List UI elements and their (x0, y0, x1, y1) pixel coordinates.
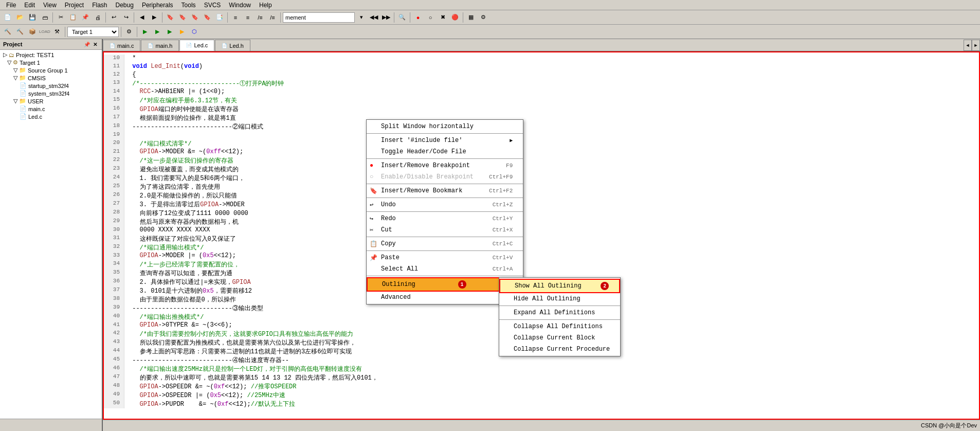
ctx-collapse-all-def[interactable]: Collapse All Definitions (499, 321, 620, 332)
project-close-btn[interactable]: ✕ (92, 41, 99, 48)
code-editor[interactable]: 10 *11 void Led_Init(void)12 {13 /*-----… (103, 51, 980, 420)
menu-view[interactable]: View (39, 1, 61, 10)
ctx-copy[interactable]: 📋 Copy Ctrl+C (367, 238, 523, 249)
tab-scroll-left[interactable]: ◄ (964, 40, 972, 51)
new-file-btn[interactable]: 📄 (2, 12, 13, 23)
find-prev-btn[interactable]: ◀◀ (368, 12, 379, 23)
ctx-collapse-proc[interactable]: Collapse Current Procedure (499, 344, 620, 355)
ctx-split-window[interactable]: Split Window horizontally (367, 121, 523, 132)
ctx-bookmark[interactable]: 🔖 Insert/Remove Bookmark Ctrl+F2 (367, 185, 523, 196)
search-dropdown-btn[interactable]: ▾ (356, 12, 367, 23)
view-btn[interactable]: ▦ (465, 12, 477, 23)
config-btn[interactable]: ⚙ (123, 26, 135, 38)
save-all-btn[interactable]: 🗃 (39, 12, 50, 23)
stop-btn[interactable]: ⬡ (189, 26, 200, 38)
build3-btn[interactable]: 📦 (27, 26, 38, 38)
line-code-20: /*端口模式清零*/ (124, 139, 191, 148)
line-number-31: 31 (104, 235, 124, 243)
bp-multi-btn[interactable]: 🔴 (449, 12, 461, 23)
status-right: CSDN @小向是个Dev (921, 422, 977, 429)
project-pin-btn[interactable]: 📌 (83, 41, 90, 48)
run2-btn[interactable]: ▶ (152, 26, 163, 38)
open-btn[interactable]: 📂 (14, 12, 26, 23)
save-btn[interactable]: 💾 (27, 12, 38, 23)
format3-btn[interactable]: /≡ (255, 12, 266, 23)
ctx-undo[interactable]: ↩ Undo Ctrl+Z (367, 199, 523, 210)
tree-system[interactable]: 📄 system_stm32f4 (1, 89, 101, 97)
ctx-toggle-header[interactable]: Toggle Header/Code File (367, 146, 523, 157)
cut-btn[interactable]: ✂ (55, 12, 66, 23)
tree-project-icon: ▷ (3, 51, 7, 58)
bookmark1-btn[interactable]: 🔖 (165, 12, 176, 23)
print-btn[interactable]: 🖨 (92, 12, 103, 23)
format1-btn[interactable]: ≡ (230, 12, 241, 23)
copy-btn[interactable]: 📋 (67, 12, 79, 23)
menu-tools[interactable]: Tools (177, 1, 200, 10)
build2-btn[interactable]: 🔨 (14, 26, 26, 38)
code-line-17: 17 根据前面提到的位操作，就是将1直 (104, 114, 979, 122)
run4-btn[interactable]: ▶ (176, 26, 188, 38)
search-input[interactable] (283, 12, 355, 23)
ctx-show-all-outlining[interactable]: Show All Outlining 2 (499, 279, 620, 293)
format2-btn[interactable]: ≡ (242, 12, 253, 23)
tab-ledc[interactable]: 📄 Led.c (179, 40, 214, 51)
tree-src-folder-icon: 📁 (19, 67, 26, 74)
run3-btn[interactable]: ▶ (164, 26, 175, 38)
bp-red-btn[interactable]: ● (412, 12, 424, 23)
menu-debug[interactable]: Debug (112, 1, 138, 10)
menu-window[interactable]: Window (225, 1, 255, 10)
ctx-insert-include[interactable]: Insert '#include file' ▶ (367, 135, 523, 146)
menu-project[interactable]: Project (61, 1, 88, 10)
tree-cmsis[interactable]: ▽ 📁 CMSIS (1, 74, 101, 82)
tab-mainh[interactable]: 📄 main.h (141, 40, 179, 51)
bp-circle-btn[interactable]: ○ (425, 12, 436, 23)
bp-cross-btn[interactable]: ✖ (437, 12, 448, 23)
paste-btn[interactable]: 📌 (80, 12, 91, 23)
target-select[interactable]: Target 1 (67, 27, 119, 37)
ctx-select-all[interactable]: Select All Ctrl+A (367, 263, 523, 275)
tree-project[interactable]: ▷ 🗂 Project: TEST1 (1, 51, 101, 59)
tree-mainc[interactable]: 📄 main.c (1, 105, 101, 113)
build4-btn[interactable]: LOAD (39, 26, 50, 38)
menu-svcs[interactable]: SVCS (200, 1, 225, 10)
menu-edit[interactable]: Edit (20, 1, 39, 10)
menu-flash[interactable]: Flash (88, 1, 111, 10)
sep5 (227, 12, 228, 23)
tab-ledh[interactable]: 📄 Led.h (215, 40, 250, 51)
tree-startup[interactable]: 📄 startup_stm32f4 (1, 82, 101, 89)
tree-ledc[interactable]: 📄 Led.c (1, 113, 101, 120)
tab-scroll-right[interactable]: ► (972, 40, 980, 51)
tree-src-icon: ▽ (13, 67, 17, 74)
tab-mainc[interactable]: 📄 main.c (103, 40, 140, 51)
ctx-hide-all-outlining[interactable]: Hide All Outlining (499, 293, 620, 304)
build5-btn[interactable]: ⚒ (51, 26, 63, 38)
undo-btn[interactable]: ↩ (108, 12, 119, 23)
menu-peripherals[interactable]: Peripherals (138, 1, 177, 10)
ctx-paste[interactable]: 📌 Paste Ctrl+V (367, 252, 523, 263)
find-next-btn[interactable]: ▶▶ (380, 12, 392, 23)
ctx-redo[interactable]: ↪ Redo Ctrl+Y (367, 213, 523, 224)
ctx-cut[interactable]: ✂ Cut Ctrl+X (367, 224, 523, 236)
nav-fwd-btn[interactable]: ▶ (149, 12, 160, 23)
settings-btn[interactable]: ⚙ (478, 12, 489, 23)
tree-user[interactable]: ▽ 📁 USER (1, 97, 101, 105)
bookmark2-btn[interactable]: 🔖 (177, 12, 188, 23)
menu-help[interactable]: Help (255, 1, 276, 10)
ctx-insert-breakpoint[interactable]: ● Insert/Remove Breakpoint F9 (367, 160, 523, 171)
ctx-expand-all[interactable]: Expand All Definitions (499, 307, 620, 318)
line-number-27: 27 (104, 200, 124, 209)
nav-back-btn[interactable]: ◀ (136, 12, 148, 23)
tree-target[interactable]: ▽ ⚙ Target 1 (1, 59, 101, 66)
bookmark3-btn[interactable]: 🔖 (189, 12, 201, 23)
format4-btn[interactable]: /≡ (267, 12, 278, 23)
redo-btn[interactable]: ↪ (120, 12, 132, 23)
run-btn[interactable]: ▶ (139, 26, 151, 38)
menu-file[interactable]: File (2, 1, 20, 10)
bookmark4-btn[interactable]: 🔖 (202, 12, 213, 23)
tree-src-group[interactable]: ▽ 📁 Source Group 1 (1, 66, 101, 74)
build-btn[interactable]: 🔨 (2, 26, 13, 38)
bookmark5-btn[interactable]: 📑 (214, 12, 225, 23)
ctx-collapse-block[interactable]: Collapse Current Block (499, 332, 620, 344)
ctx-outlining[interactable]: Outlining 1 ▶ Show All Outlining 2 Hide … (367, 277, 523, 292)
zoom-btn[interactable]: 🔍 (396, 12, 408, 23)
